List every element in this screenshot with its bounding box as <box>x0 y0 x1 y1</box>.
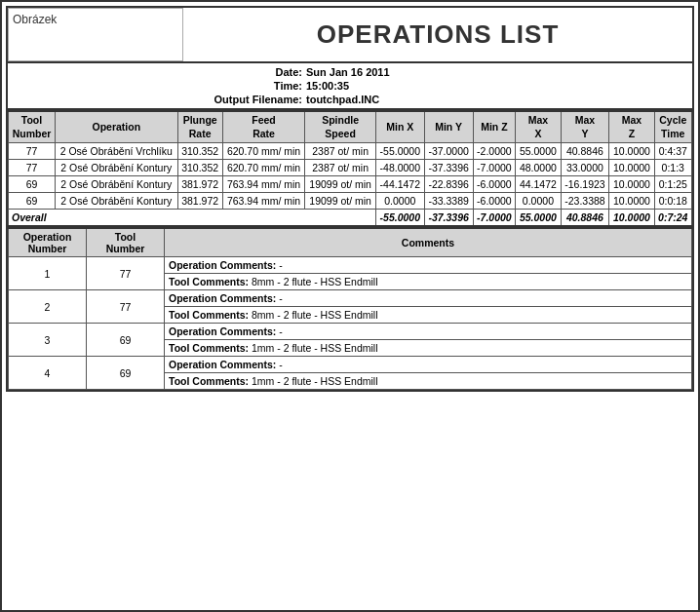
overall-max-x: 55.0000 <box>516 210 561 227</box>
cell-plunge-rate: 381.972 <box>177 176 222 193</box>
overall-max-z: 10.0000 <box>609 210 654 227</box>
cell-comment-label-value: Tool Comments: 8mm - 2 flute - HSS Endmi… <box>165 307 692 324</box>
cell-comment-label-value: Operation Comments: - <box>165 324 692 340</box>
cell-comment-label-value: Tool Comments: 1mm - 2 flute - HSS Endmi… <box>165 373 692 390</box>
cell-cycle-time: 0:1:3 <box>654 160 691 176</box>
comments-table-row: 4 69 Operation Comments: - <box>9 357 692 373</box>
cell-comment-label-value: Operation Comments: - <box>165 290 692 307</box>
overall-row: Overall -55.0000 -37.3396 -7.0000 55.000… <box>9 210 692 227</box>
cell-max-x: 55.0000 <box>516 143 561 160</box>
col-plunge-rate: PlungeRate <box>177 111 222 143</box>
cell-min-z: -6.0000 <box>473 176 516 193</box>
col-spindle-speed: SpindleSpeed <box>305 111 376 143</box>
cell-feed-rate: 763.94 mm/ min <box>222 193 305 210</box>
cell-spindle-speed: 2387 ot/ min <box>305 160 376 176</box>
cell-min-x: -55.0000 <box>375 143 424 160</box>
col-min-y: Min Y <box>424 111 473 143</box>
overall-min-x: -55.0000 <box>375 210 424 227</box>
cell-max-x: 48.0000 <box>516 160 561 176</box>
cell-tool-number: 77 <box>9 143 56 160</box>
col-feed-rate: FeedRate <box>222 111 305 143</box>
cell-max-z: 10.0000 <box>609 143 654 160</box>
cell-plunge-rate: 381.972 <box>177 193 222 210</box>
date-label: Date: <box>179 66 306 78</box>
cell-max-z: 10.0000 <box>609 160 654 176</box>
cell-plunge-rate: 310.352 <box>177 160 222 176</box>
cell-op-number: 4 <box>9 357 87 390</box>
cell-operation: 2 Osé Obrábění Vrchlíku <box>55 143 177 160</box>
col-max-y: MaxY <box>561 111 609 143</box>
col-min-x: Min X <box>375 111 424 143</box>
col-operation: Operation <box>55 111 177 143</box>
cell-operation: 2 Osé Obrábění Kontury <box>55 160 177 176</box>
cell-min-y: -37.3396 <box>424 160 473 176</box>
col-max-z: MaxZ <box>609 111 654 143</box>
cell-op-number: 2 <box>9 290 87 324</box>
overall-cycle-time: 0:7:24 <box>654 210 691 227</box>
cell-comment-label-value: Tool Comments: 1mm - 2 flute - HSS Endmi… <box>165 340 692 357</box>
cell-cycle-time: 0:0:18 <box>654 193 691 210</box>
comments-table-row: 1 77 Operation Comments: - <box>9 257 692 274</box>
cell-feed-rate: 620.70 mm/ min <box>222 143 305 160</box>
cell-min-y: -22.8396 <box>424 176 473 193</box>
cell-operation: 2 Osé Obrábění Kontury <box>55 193 177 210</box>
cell-op-number: 3 <box>9 324 87 357</box>
cell-spindle-speed: 2387 ot/ min <box>305 143 376 160</box>
cell-min-x: 0.0000 <box>375 193 424 210</box>
cell-tool-number: 77 <box>87 290 165 324</box>
cell-tool-number: 69 <box>9 193 56 210</box>
ops-table-row: 69 2 Osé Obrábění Kontury 381.972 763.94… <box>9 176 692 193</box>
cell-comment-label-value: Operation Comments: - <box>165 257 692 274</box>
ops-table-header-row: ToolNumber Operation PlungeRate FeedRate… <box>9 111 692 143</box>
comments-table-row: 3 69 Operation Comments: - <box>9 324 692 340</box>
col-comments: Comments <box>165 228 692 257</box>
cell-tool-number: 69 <box>87 324 165 357</box>
overall-min-y: -37.3396 <box>424 210 473 227</box>
overall-label: Overall <box>9 210 376 227</box>
ops-table-row: 69 2 Osé Obrábění Kontury 381.972 763.94… <box>9 193 692 210</box>
cell-cycle-time: 0:4:37 <box>654 143 691 160</box>
cell-feed-rate: 763.94 mm/ min <box>222 176 305 193</box>
cell-min-x: -44.1472 <box>375 176 424 193</box>
time-label: Time: <box>179 80 306 92</box>
col-tool-num: ToolNumber <box>87 228 165 257</box>
cell-tool-number: 77 <box>87 257 165 290</box>
logo-box: Obrázek <box>8 8 183 61</box>
cell-max-z: 10.0000 <box>609 193 654 210</box>
cell-max-x: 0.0000 <box>516 193 561 210</box>
filename-value: toutchpad.INC <box>306 94 521 105</box>
overall-min-z: -7.0000 <box>473 210 516 227</box>
cell-op-number: 1 <box>9 257 87 290</box>
logo-label: Obrázek <box>13 13 57 26</box>
cell-max-y: 33.0000 <box>561 160 609 176</box>
filename-label: Output Filename: <box>179 94 306 105</box>
cell-max-y: 40.8846 <box>561 143 609 160</box>
cell-tool-number: 69 <box>87 357 165 390</box>
col-max-x: MaxX <box>516 111 561 143</box>
cell-comment-label-value: Tool Comments: 8mm - 2 flute - HSS Endmi… <box>165 274 692 290</box>
header-section: Obrázek OPERATIONS LIST <box>8 8 692 63</box>
cell-max-x: 44.1472 <box>516 176 561 193</box>
comments-header-row: OperationNumber ToolNumber Comments <box>9 228 692 257</box>
filename-row: Output Filename: toutchpad.INC <box>8 93 692 106</box>
overall-max-y: 40.8846 <box>561 210 609 227</box>
cell-plunge-rate: 310.352 <box>177 143 222 160</box>
cell-spindle-speed: 19099 ot/ min <box>305 176 376 193</box>
cell-max-y: -16.1923 <box>561 176 609 193</box>
cell-max-z: 10.0000 <box>609 176 654 193</box>
comments-table: OperationNumber ToolNumber Comments 1 77… <box>8 227 692 390</box>
header-title-cell: OPERATIONS LIST <box>183 8 692 61</box>
comments-table-row: 2 77 Operation Comments: - <box>9 290 692 307</box>
time-value: 15:00:35 <box>306 80 521 92</box>
cell-min-y: -33.3389 <box>424 193 473 210</box>
cell-min-y: -37.0000 <box>424 143 473 160</box>
ops-table-row: 77 2 Osé Obrábění Kontury 310.352 620.70… <box>9 160 692 176</box>
cell-comment-label-value: Operation Comments: - <box>165 357 692 373</box>
cell-operation: 2 Osé Obrábění Kontury <box>55 176 177 193</box>
operations-table: ToolNumber Operation PlungeRate FeedRate… <box>8 110 692 227</box>
col-min-z: Min Z <box>473 111 516 143</box>
cell-max-y: -23.3388 <box>561 193 609 210</box>
cell-cycle-time: 0:1:25 <box>654 176 691 193</box>
ops-table-row: 77 2 Osé Obrábění Vrchlíku 310.352 620.7… <box>9 143 692 160</box>
page-title: OPERATIONS LIST <box>317 19 560 50</box>
